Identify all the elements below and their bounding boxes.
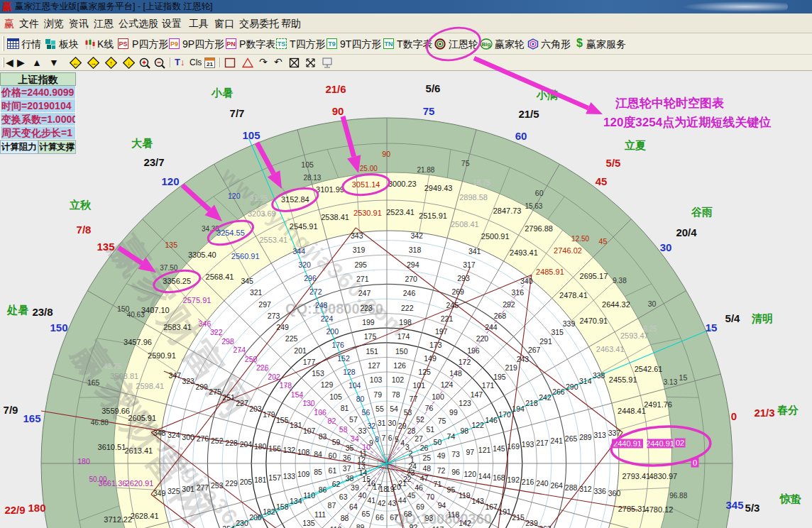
svg-text:江恩轮中轮时空图表: 江恩轮中轮时空图表 [615,96,725,110]
svg-text:120度3254点为近期短线关键位: 120度3254点为近期短线关键位 [603,115,771,129]
